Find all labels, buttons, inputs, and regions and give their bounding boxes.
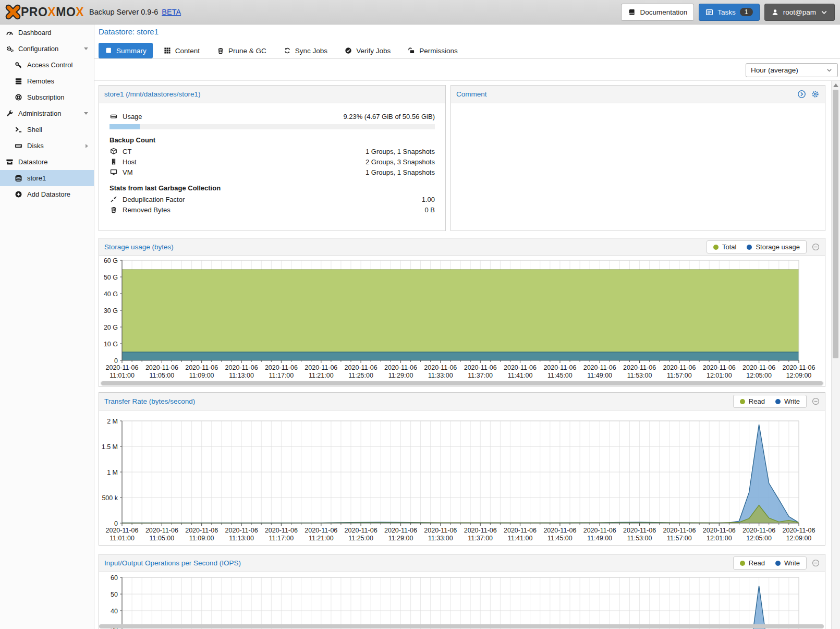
- svg-text:11:45:00: 11:45:00: [547, 535, 573, 542]
- sidebar-item-shell[interactable]: Shell: [0, 122, 94, 138]
- transfer-chart-header: Transfer Rate (bytes/second) ReadWrite: [99, 393, 825, 410]
- svg-text:11:45:00: 11:45:00: [547, 372, 573, 379]
- sidebar-item-disks[interactable]: Disks: [0, 138, 94, 154]
- chevron-circle-icon[interactable]: [797, 90, 806, 99]
- database-icon: [14, 174, 22, 182]
- svg-text:2020-11-06: 2020-11-06: [703, 364, 736, 371]
- sidebar-item-administration[interactable]: Administration: [0, 105, 94, 122]
- legend-item-write[interactable]: Write: [775, 397, 800, 405]
- gear-icon[interactable]: [811, 90, 820, 99]
- svg-text:11:17:00: 11:17:00: [269, 372, 294, 379]
- svg-text:11:53:00: 11:53:00: [627, 535, 652, 542]
- tasks-button[interactable]: Tasks 1: [699, 4, 759, 21]
- svg-text:2020-11-06: 2020-11-06: [225, 364, 258, 371]
- vertical-scrollbar-thumb[interactable]: [833, 90, 838, 358]
- legend-dot-icon: [747, 245, 752, 250]
- documentation-button[interactable]: Documentation: [621, 4, 694, 21]
- svg-text:2020-11-06: 2020-11-06: [265, 364, 298, 371]
- chart-horizontal-scrollbar[interactable]: [100, 381, 824, 386]
- timeframe-select[interactable]: Hour (average): [746, 63, 838, 77]
- svg-text:2020-11-06: 2020-11-06: [464, 364, 497, 371]
- svg-text:11:57:00: 11:57:00: [667, 535, 692, 542]
- svg-text:12:01:00: 12:01:00: [707, 535, 732, 542]
- svg-text:30 G: 30 G: [104, 307, 118, 314]
- hdd-icon: [14, 142, 22, 150]
- legend-item-write[interactable]: Write: [775, 559, 800, 567]
- key-icon: [14, 61, 22, 69]
- sidebar-item-label: Add Datastore: [27, 190, 70, 198]
- sidebar-item-remotes[interactable]: Remotes: [0, 73, 94, 89]
- life-ring-icon: [14, 93, 22, 101]
- svg-text:2020-11-06: 2020-11-06: [384, 527, 417, 534]
- tab-summary[interactable]: Summary: [99, 43, 153, 58]
- svg-text:0: 0: [114, 357, 118, 365]
- svg-text:2020-11-06: 2020-11-06: [185, 527, 218, 534]
- sidebar-item-label: Configuration: [18, 45, 58, 53]
- server-list-icon: [14, 77, 22, 85]
- svg-text:2020-11-06: 2020-11-06: [543, 527, 576, 534]
- top-bar: PROXMOX Backup Server 0.9-6 BETA Documen…: [0, 0, 840, 25]
- sidebar-item-label: Dashboard: [18, 29, 52, 37]
- svg-text:11:17:00: 11:17:00: [269, 535, 294, 542]
- cube-icon: [109, 148, 118, 155]
- user-menu-button[interactable]: root@pam: [764, 4, 835, 21]
- svg-text:11:41:00: 11:41:00: [508, 535, 533, 542]
- sidebar-item-add-datastore[interactable]: Add Datastore: [0, 186, 94, 202]
- vertical-scrollbar[interactable]: [831, 81, 840, 629]
- collapse-chart-icon[interactable]: [812, 559, 820, 567]
- svg-text:2020-11-06: 2020-11-06: [504, 364, 537, 371]
- sidebar-item-label: Remotes: [27, 77, 54, 85]
- tab-content[interactable]: Content: [157, 43, 206, 58]
- sidebar-item-subscription[interactable]: Subscription: [0, 89, 94, 105]
- svg-text:2020-11-06: 2020-11-06: [424, 364, 457, 371]
- usage-value: 9.23% (4.67 GiB of 50.56 GiB): [343, 113, 435, 120]
- iops-chart-panel: Input/Output Operations per Second (IOPS…: [99, 554, 825, 629]
- chart-horizontal-scrollbar-thumb[interactable]: [101, 381, 823, 385]
- iops-chart-header: Input/Output Operations per Second (IOPS…: [99, 554, 825, 572]
- legend-item-total[interactable]: Total: [713, 243, 736, 251]
- legend-item-storage-usage[interactable]: Storage usage: [747, 243, 800, 251]
- datastore-summary-title: store1 (/mnt/datastores/store1): [104, 90, 201, 98]
- scroll-up-arrow-icon[interactable]: [833, 83, 838, 87]
- legend-item-read[interactable]: Read: [740, 559, 765, 567]
- collapse-chart-icon[interactable]: [812, 397, 820, 405]
- tab-prune-gc[interactable]: Prune & GC: [211, 43, 273, 58]
- sidebar-nav: Dashboard Configuration Access Control R…: [0, 25, 94, 629]
- svg-text:11:25:00: 11:25:00: [348, 372, 373, 379]
- sidebar-item-store1[interactable]: store1: [0, 170, 94, 186]
- sidebar-item-datastore[interactable]: Datastore: [0, 154, 94, 170]
- sidebar-item-configuration[interactable]: Configuration: [0, 41, 94, 57]
- stat-row-removed-bytes: Removed Bytes 0 B: [109, 204, 435, 215]
- hdd-icon: [109, 113, 118, 120]
- user-icon: [771, 8, 779, 16]
- svg-text:2020-11-06: 2020-11-06: [583, 527, 616, 534]
- storage-chart-title: Storage usage (bytes): [104, 243, 174, 251]
- trash-icon: [217, 47, 224, 54]
- horizontal-scrollbar-thumb[interactable]: [99, 624, 824, 628]
- sidebar-item-dashboard[interactable]: Dashboard: [0, 25, 94, 41]
- legend-item-read[interactable]: Read: [740, 397, 765, 405]
- tab-permissions[interactable]: Permissions: [401, 43, 464, 58]
- svg-text:11:05:00: 11:05:00: [150, 535, 175, 542]
- tab-bar: Summary Content Prune & GC Sync Jobs Ver…: [99, 43, 464, 58]
- svg-text:2020-11-06: 2020-11-06: [703, 527, 736, 534]
- tab-verify-jobs[interactable]: Verify Jobs: [338, 43, 397, 58]
- sidebar-item-access-control[interactable]: Access Control: [0, 57, 94, 73]
- tab-sync-jobs[interactable]: Sync Jobs: [277, 43, 334, 58]
- collapse-chart-icon[interactable]: [812, 243, 820, 251]
- svg-text:2020-11-06: 2020-11-06: [623, 364, 656, 371]
- svg-text:2020-11-06: 2020-11-06: [583, 364, 616, 371]
- svg-text:50: 50: [111, 591, 118, 598]
- svg-text:40 G: 40 G: [104, 291, 118, 298]
- brand-wordmark: PROXMOX: [21, 5, 84, 19]
- trash-icon: [109, 206, 118, 213]
- sidebar-item-label: Disks: [27, 142, 44, 150]
- svg-text:2020-11-06: 2020-11-06: [145, 527, 178, 534]
- datastore-summary-header: store1 (/mnt/datastores/store1): [99, 86, 445, 103]
- svg-text:2020-11-06: 2020-11-06: [105, 364, 138, 371]
- beta-link[interactable]: BETA: [162, 8, 181, 16]
- storage-chart-canvas: 010 G20 G30 G40 G50 G60 G2020-11-0611:01…: [99, 256, 825, 381]
- section-heading-backup-count: Backup Count: [109, 136, 435, 144]
- legend-dot-icon: [740, 561, 745, 566]
- svg-text:1 M: 1 M: [107, 469, 118, 476]
